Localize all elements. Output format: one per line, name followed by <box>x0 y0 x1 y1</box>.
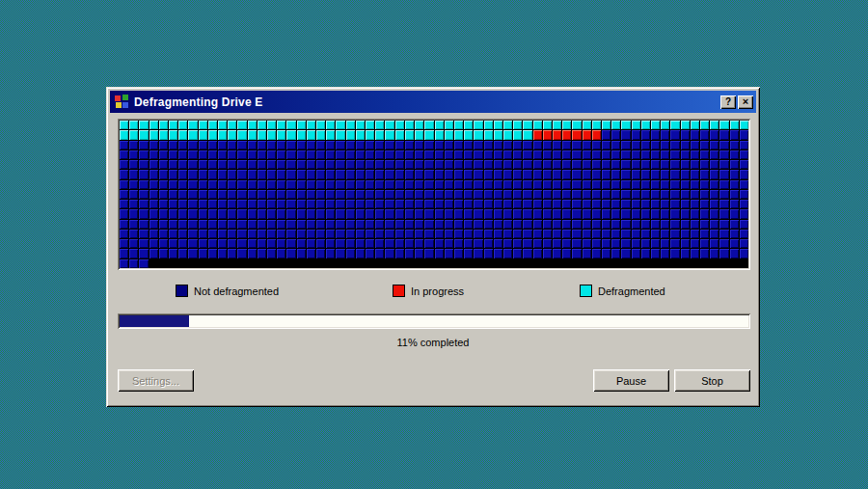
defrag-cell-not_defragmented <box>681 170 690 178</box>
defrag-cell-not_defragmented <box>316 150 325 159</box>
defrag-cell-not_defragmented <box>248 209 257 218</box>
defrag-cell-not_defragmented <box>562 180 571 189</box>
defrag-cell-not_defragmented <box>139 160 148 169</box>
defrag-cell-not_defragmented <box>405 170 414 178</box>
defrag-cell-not_defragmented <box>326 249 335 258</box>
stop-button-label: Stop <box>701 375 723 387</box>
defrag-cell-not_defragmented <box>445 239 453 248</box>
defrag-cell-not_defragmented <box>572 141 581 149</box>
legend-item-defragmented: Defragmented <box>580 284 665 298</box>
defrag-cell-not_defragmented <box>169 200 177 208</box>
defrag-cell-not_defragmented <box>218 230 227 238</box>
defrag-cell-not_defragmented <box>405 150 414 159</box>
defrag-cell-not_defragmented <box>730 150 739 159</box>
defrag-cell-defragmented <box>523 130 531 139</box>
defrag-cell-defragmented <box>149 121 158 129</box>
defrag-cell-not_defragmented <box>395 141 404 149</box>
defrag-cell-not_defragmented <box>710 190 719 199</box>
defrag-cell-not_defragmented <box>297 180 306 189</box>
defrag-cell-not_defragmented <box>700 209 709 218</box>
defrag-cell-not_defragmented <box>228 230 236 238</box>
defrag-cell-not_defragmented <box>583 160 591 169</box>
defrag-cell-not_defragmented <box>700 190 709 199</box>
pause-button[interactable]: Pause <box>593 369 669 392</box>
defrag-cell-not_defragmented <box>710 150 719 159</box>
stop-button[interactable]: Stop <box>674 369 750 392</box>
defrag-cell-defragmented <box>464 121 473 129</box>
defrag-cell-defragmented <box>169 130 177 139</box>
defrag-cell-not_defragmented <box>356 230 365 238</box>
defrag-cell-in_progress <box>553 130 561 139</box>
defrag-cell-not_defragmented <box>366 190 374 199</box>
defrag-cell-not_defragmented <box>464 170 473 178</box>
close-button[interactable]: × <box>738 95 753 109</box>
defrag-cell-not_defragmented <box>513 239 522 248</box>
defrag-cell-not_defragmented <box>188 249 197 258</box>
defrag-cell-not_defragmented <box>681 239 690 248</box>
defrag-cell-not_defragmented <box>464 150 473 159</box>
defrag-cell-defragmented <box>277 130 285 139</box>
defrag-cell-not_defragmented <box>159 200 168 208</box>
defrag-cell-not_defragmented <box>494 141 502 149</box>
defrag-cell-not_defragmented <box>691 160 699 169</box>
defrag-cell-not_defragmented <box>307 209 315 218</box>
defrag-cell-not_defragmented <box>641 249 650 258</box>
defrag-cell-defragmented <box>661 121 669 129</box>
defrag-cell-defragmented <box>139 121 148 129</box>
defrag-cell-not_defragmented <box>307 170 315 178</box>
defrag-cell-defragmented <box>670 121 679 129</box>
legend-item-not-defragmented: Not defragmented <box>176 284 279 298</box>
defrag-cell-not_defragmented <box>583 150 591 159</box>
defrag-cell-not_defragmented <box>385 180 393 189</box>
defrag-cell-not_defragmented <box>375 249 384 258</box>
defrag-cell-not_defragmented <box>583 170 591 178</box>
defrag-cell-not_defragmented <box>336 230 344 238</box>
defrag-cell-not_defragmented <box>395 180 404 189</box>
defrag-cell-not_defragmented <box>395 220 404 229</box>
defrag-cell-not_defragmented <box>572 170 581 178</box>
defrag-cell-not_defragmented <box>710 230 719 238</box>
defrag-cell-not_defragmented <box>405 249 414 258</box>
defrag-cell-not_defragmented <box>494 220 502 229</box>
defrag-cell-not_defragmented <box>651 230 660 238</box>
defrag-cell-not_defragmented <box>445 170 453 178</box>
defrag-cell-defragmented <box>326 121 335 129</box>
defrag-cell-not_defragmented <box>533 141 542 149</box>
defrag-cell-defragmented <box>583 121 591 129</box>
defrag-cell-not_defragmented <box>503 180 512 189</box>
defrag-cell-not_defragmented <box>277 230 285 238</box>
legend-label: Defragmented <box>598 285 665 297</box>
defrag-cell-not_defragmented <box>719 190 728 199</box>
defrag-cell-not_defragmented <box>621 141 630 149</box>
defrag-cell-not_defragmented <box>553 200 561 208</box>
settings-button[interactable]: Settings... <box>118 369 194 392</box>
defrag-cell-empty <box>218 259 227 268</box>
defrag-cell-not_defragmented <box>415 249 423 258</box>
defrag-cell-not_defragmented <box>405 200 414 208</box>
defrag-cell-not_defragmented <box>730 160 739 169</box>
defrag-cell-defragmented <box>267 130 276 139</box>
defrag-cell-empty <box>681 259 690 268</box>
defrag-cell-not_defragmented <box>494 190 502 199</box>
defrag-cell-not_defragmented <box>326 230 335 238</box>
help-button[interactable]: ? <box>720 95 736 109</box>
defrag-cell-not_defragmented <box>611 200 620 208</box>
defrag-cell-not_defragmented <box>484 160 493 169</box>
defrag-cell-not_defragmented <box>129 180 138 189</box>
defrag-cell-not_defragmented <box>641 190 650 199</box>
defrag-cell-not_defragmented <box>286 200 295 208</box>
defrag-cell-not_defragmented <box>670 130 679 139</box>
defrag-cell-not_defragmented <box>237 170 246 178</box>
defrag-cell-not_defragmented <box>484 200 493 208</box>
legend-swatch-defragmented <box>580 285 592 297</box>
defrag-cell-not_defragmented <box>188 141 197 149</box>
defrag-cell-not_defragmented <box>719 220 728 229</box>
defrag-cell-not_defragmented <box>228 150 236 159</box>
defrag-cell-not_defragmented <box>326 160 335 169</box>
defrag-cell-not_defragmented <box>632 170 640 178</box>
titlebar[interactable]: Defragmenting Drive E ? × <box>110 91 756 113</box>
defrag-cell-not_defragmented <box>415 150 423 159</box>
defrag-cell-not_defragmented <box>218 239 227 248</box>
defrag-cell-not_defragmented <box>602 180 610 189</box>
defrag-cell-not_defragmented <box>740 190 748 199</box>
